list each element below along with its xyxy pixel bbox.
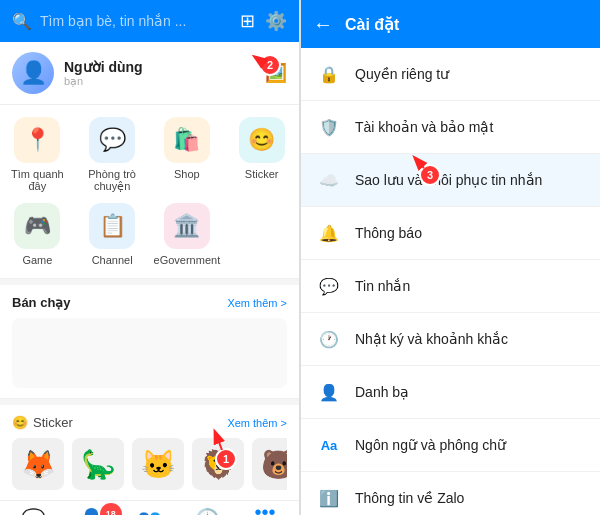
- avatar: 👤: [12, 52, 54, 94]
- sticker-item-4[interactable]: 🦁: [192, 438, 244, 490]
- contacts-settings-icon: 👤: [317, 380, 341, 404]
- profile-status: bạn: [64, 75, 255, 88]
- privacy-label: Quyền riêng tư: [355, 66, 449, 82]
- contacts-settings-label: Danh bạ: [355, 384, 409, 400]
- quick-menu-row-1: 📍 Tìm quanh đây 💬 Phòng trò chuyện 🛍️ Sh…: [0, 117, 299, 193]
- egovernment-icon: 🏛️: [164, 203, 210, 249]
- privacy-icon: 🔒: [317, 62, 341, 86]
- qr-icon[interactable]: ⊞: [240, 10, 255, 32]
- settings-item-privacy[interactable]: 🔒 Quyền riêng tư: [301, 48, 600, 101]
- nav-chat[interactable]: 💬: [8, 507, 60, 515]
- egovernment-label: eGovernment: [154, 254, 221, 266]
- account-security-label: Tài khoản và bảo mật: [355, 119, 493, 135]
- back-icon[interactable]: ←: [313, 13, 333, 36]
- group-chat-icon: 💬: [89, 117, 135, 163]
- find-around-icon: 📍: [14, 117, 60, 163]
- nav-contacts[interactable]: 👤 18: [66, 507, 118, 515]
- quick-item-sticker[interactable]: 😊 Sticker: [229, 117, 294, 193]
- sticker-item-3[interactable]: 🐱: [132, 438, 184, 490]
- backup-restore-icon: ☁️: [317, 168, 341, 192]
- diary-icon: 🕐: [317, 327, 341, 351]
- profile-name: Người dùng: [64, 59, 255, 75]
- ban-chay-content: [12, 318, 287, 388]
- settings-item-backup-restore[interactable]: ☁️ Sao lưu và khôi phục tin nhắn: [301, 154, 600, 207]
- sticker-xem-them[interactable]: Xem thêm >: [227, 417, 287, 429]
- nav-timeline[interactable]: 🕐: [181, 507, 233, 515]
- game-icon: 🎮: [14, 203, 60, 249]
- quick-menu: 📍 Tìm quanh đây 💬 Phòng trò chuyện 🛍️ Sh…: [0, 105, 299, 279]
- settings-list: 🔒 Quyền riêng tư 🛡️ Tài khoản và bảo mật…: [301, 48, 600, 515]
- quick-menu-row-2: 🎮 Game 📋 Channel 🏛️ eGovernment: [0, 203, 299, 266]
- settings-item-about[interactable]: ℹ️ Thông tin về Zalo: [301, 472, 600, 515]
- messages-icon: 💬: [317, 274, 341, 298]
- right-panel: ← Cài đặt 🔒 Quyền riêng tư 🛡️ Tài khoản …: [301, 0, 600, 515]
- notifications-icon: 🔔: [317, 221, 341, 245]
- sticker-header: 😊 Sticker Xem thêm >: [12, 415, 287, 430]
- sticker-label: Sticker: [245, 168, 279, 180]
- sticker-item-1[interactable]: 🦊: [12, 438, 64, 490]
- chat-icon: 💬: [21, 507, 46, 515]
- messages-label: Tin nhắn: [355, 278, 410, 294]
- ban-chay-title: Bán chạy: [12, 295, 71, 310]
- quick-item-game[interactable]: 🎮 Game: [5, 203, 70, 266]
- diary-label: Nhật ký và khoảnh khắc: [355, 331, 508, 347]
- find-around-label: Tìm quanh đây: [5, 168, 70, 192]
- right-header: ← Cài đặt: [301, 0, 600, 48]
- bottom-nav: 💬 👤 18 👥 🕐 ••• Thêm: [0, 500, 299, 515]
- ban-chay-section: Bán chạy Xem thêm >: [0, 285, 299, 399]
- quick-item-shop[interactable]: 🛍️ Shop: [154, 117, 219, 193]
- search-input[interactable]: [40, 13, 232, 29]
- settings-icon[interactable]: ⚙️: [265, 10, 287, 32]
- group-chat-label: Phòng trò chuyện: [80, 168, 145, 193]
- sticker-section: 😊 Sticker Xem thêm > 🦊 🦕 🐱 🦁 🐻: [0, 405, 299, 500]
- sticker-item-5[interactable]: 🐻: [252, 438, 287, 490]
- profile-section[interactable]: 👤 Người dùng bạn 🖼️: [0, 42, 299, 105]
- sticker-row: 🦊 🦕 🐱 🦁 🐻: [12, 438, 287, 490]
- header-icons: ⊞ ⚙️: [240, 10, 287, 32]
- group-icon: 👥: [137, 507, 162, 515]
- sticker-item-2[interactable]: 🦕: [72, 438, 124, 490]
- backup-restore-label: Sao lưu và khôi phục tin nhắn: [355, 172, 542, 188]
- shop-icon: 🛍️: [164, 117, 210, 163]
- nav-group[interactable]: 👥: [123, 507, 175, 515]
- language-font-icon: Aa: [317, 433, 341, 457]
- settings-item-contacts[interactable]: 👤 Danh bạ: [301, 366, 600, 419]
- settings-item-language-font[interactable]: Aa Ngôn ngữ và phông chữ: [301, 419, 600, 472]
- photo-icon[interactable]: 🖼️: [265, 62, 287, 84]
- about-label: Thông tin về Zalo: [355, 490, 464, 506]
- ban-chay-xem-them[interactable]: Xem thêm >: [227, 297, 287, 309]
- settings-item-messages[interactable]: 💬 Tin nhắn: [301, 260, 600, 313]
- settings-item-diary[interactable]: 🕐 Nhật ký và khoảnh khắc: [301, 313, 600, 366]
- sticker-title: 😊 Sticker: [12, 415, 73, 430]
- sticker-icon: 😊: [239, 117, 285, 163]
- ban-chay-header: Bán chạy Xem thêm >: [12, 295, 287, 310]
- settings-item-account-security[interactable]: 🛡️ Tài khoản và bảo mật: [301, 101, 600, 154]
- left-panel: 🔍 ⊞ ⚙️ 👤 Người dùng bạn 🖼️ 📍 Tìm: [0, 0, 299, 515]
- nav-more[interactable]: ••• Thêm: [239, 501, 291, 515]
- notifications-label: Thông báo: [355, 225, 422, 241]
- quick-item-egovernment[interactable]: 🏛️ eGovernment: [154, 203, 219, 266]
- quick-item-find-around[interactable]: 📍 Tìm quanh đây: [5, 117, 70, 193]
- profile-info: Người dùng bạn: [64, 59, 255, 88]
- contacts-badge: 18: [100, 503, 122, 515]
- quick-item-channel[interactable]: 📋 Channel: [80, 203, 145, 266]
- account-security-icon: 🛡️: [317, 115, 341, 139]
- settings-title: Cài đặt: [345, 15, 399, 34]
- timeline-icon: 🕐: [195, 507, 220, 515]
- about-icon: ℹ️: [317, 486, 341, 510]
- channel-label: Channel: [92, 254, 133, 266]
- language-font-label: Ngôn ngữ và phông chữ: [355, 437, 506, 453]
- game-label: Game: [22, 254, 52, 266]
- search-icon: 🔍: [12, 12, 32, 31]
- left-header: 🔍 ⊞ ⚙️: [0, 0, 299, 42]
- shop-label: Shop: [174, 168, 200, 180]
- settings-item-notifications[interactable]: 🔔 Thông báo: [301, 207, 600, 260]
- more-icon: •••: [255, 501, 276, 515]
- channel-icon: 📋: [89, 203, 135, 249]
- quick-item-group-chat[interactable]: 💬 Phòng trò chuyện: [80, 117, 145, 193]
